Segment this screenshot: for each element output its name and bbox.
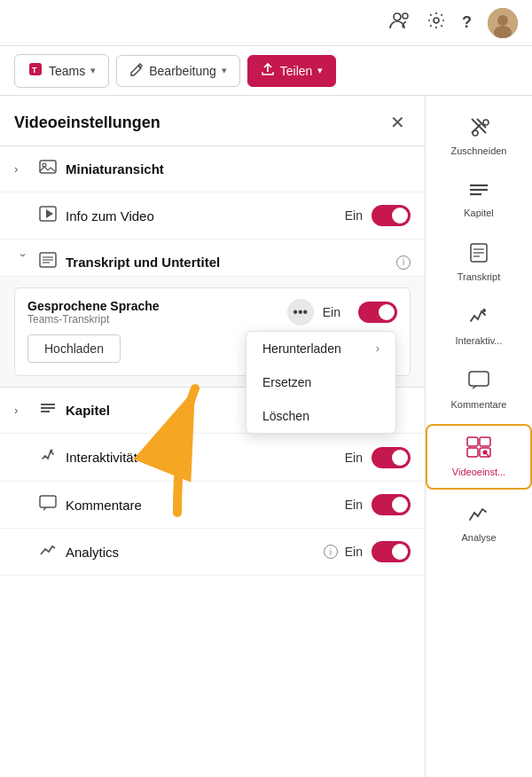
kommentare-toggle[interactable] <box>372 494 411 515</box>
main-area: Videoeinstellungen ✕ › Miniaturansicht <box>0 96 532 777</box>
nav-videoeinst[interactable]: Videoeinst... <box>426 424 532 490</box>
share-chevron: ▾ <box>317 65 323 76</box>
transcript-section: Gesprochene Sprache Teams-Transkript •••… <box>0 277 425 388</box>
kommentare-row: Kommentare Ein <box>0 482 425 529</box>
info-video-row: Info zum Video Ein <box>0 192 425 239</box>
miniatur-icon <box>39 159 57 179</box>
share-label: Teilen <box>280 64 313 78</box>
info-value: Ein <box>345 208 363 223</box>
teams-label: Teams <box>49 64 85 78</box>
interaktiv-value: Ein <box>345 451 363 465</box>
nav-zuschneiden[interactable]: Zuschneiden <box>426 105 532 167</box>
kommentare-nav-label: Kommentare <box>451 399 507 410</box>
svg-rect-36 <box>467 437 478 446</box>
kapitel-nav-label: Kapitel <box>464 208 494 218</box>
share-icon <box>261 62 275 80</box>
analytics-row: Analytics i Ein <box>0 529 425 576</box>
nav-kapitel[interactable]: Kapitel <box>426 170 532 229</box>
transcript-toggle[interactable] <box>358 302 397 323</box>
transcript-title: Gesprochene Sprache <box>27 299 160 313</box>
interaktiv-nav-icon <box>468 307 489 332</box>
settings-icon[interactable] <box>426 11 446 35</box>
interaktiv-label: Interaktivität <box>66 450 345 465</box>
nav-kommentare[interactable]: Kommentare <box>426 360 532 420</box>
toolbar: T Teams ▾ Bearbeitung ▾ Teilen ▾ <box>0 46 532 96</box>
transcript-dots-button[interactable]: ••• <box>287 299 314 326</box>
info-icon <box>39 206 57 226</box>
videoeinst-nav-label: Videoeinst... <box>452 467 505 477</box>
top-bar-icons: ? <box>389 8 518 38</box>
analyse-nav-icon <box>468 504 489 529</box>
svg-point-0 <box>394 13 401 20</box>
svg-rect-37 <box>480 437 490 446</box>
dropdown-loeschen[interactable]: Löschen <box>246 399 395 433</box>
kommentare-nav-icon <box>468 371 489 396</box>
settings-list: › Miniaturansicht <box>0 146 425 576</box>
nav-interaktiv[interactable]: Interaktiv... <box>426 296 532 357</box>
interaktiv-icon <box>39 446 57 468</box>
kommentare-icon <box>39 495 57 515</box>
transcript-value: Ein <box>323 305 340 319</box>
svg-point-19 <box>51 450 53 452</box>
svg-rect-8 <box>40 161 56 173</box>
transkript-label: Transkript und Untertitel <box>66 255 391 270</box>
svg-point-1 <box>403 13 408 19</box>
kapitel-icon <box>39 400 57 420</box>
svg-line-25 <box>472 124 481 133</box>
interaktiv-toggle[interactable] <box>372 447 411 468</box>
svg-marker-11 <box>46 209 53 218</box>
kapitel-expand[interactable]: › <box>14 404 32 417</box>
analytics-info-icon[interactable]: i <box>324 545 338 559</box>
transkript-expand[interactable]: › <box>17 254 30 271</box>
miniatur-label: Miniaturansicht <box>66 161 411 177</box>
help-icon[interactable]: ? <box>462 13 472 32</box>
nav-analyse[interactable]: Analyse <box>426 493 532 553</box>
right-nav: Zuschneiden Kapitel <box>426 96 532 777</box>
analytics-icon <box>39 542 57 562</box>
teams-chevron: ▾ <box>90 65 96 76</box>
sidebar-panel: Videoeinstellungen ✕ › Miniaturansicht <box>0 96 426 777</box>
transcript-card: Gesprochene Sprache Teams-Transkript •••… <box>14 287 411 376</box>
transcript-card-text: Gesprochene Sprache Teams-Transkript <box>27 299 160 326</box>
transkript-nav-icon <box>469 243 489 268</box>
close-button[interactable]: ✕ <box>385 110 411 135</box>
nav-transkript[interactable]: Transkript <box>426 232 532 293</box>
upload-button[interactable]: Hochladen <box>27 334 121 363</box>
dropdown-herunterladen[interactable]: Herunterladen › <box>246 332 395 365</box>
svg-rect-20 <box>40 496 56 507</box>
people-icon[interactable] <box>389 12 411 34</box>
kommentare-value: Ein <box>345 498 363 512</box>
analytics-label: Analytics <box>66 545 318 560</box>
kapitel-nav-icon <box>468 181 489 204</box>
herunterladen-arrow: › <box>376 342 379 355</box>
panel-title: Videoeinstellungen <box>14 114 160 132</box>
share-button[interactable]: Teilen ▾ <box>247 55 337 87</box>
transcript-card-row: Gesprochene Sprache Teams-Transkript •••… <box>27 299 397 326</box>
avatar-image <box>488 8 518 38</box>
svg-point-34 <box>482 309 486 312</box>
top-bar: ? <box>0 0 532 46</box>
transcript-controls: ••• Ein <box>287 299 397 326</box>
transkript-info-icon[interactable]: i <box>396 255 411 270</box>
svg-rect-35 <box>469 372 489 386</box>
miniatur-expand[interactable]: › <box>14 162 32 176</box>
svg-point-4 <box>497 15 508 26</box>
svg-text:T: T <box>32 66 37 75</box>
interaktiv-row: Interaktivität Ein <box>0 434 425 482</box>
kommentare-label: Kommentare <box>66 498 345 513</box>
miniatur-row: › Miniaturansicht <box>0 146 425 192</box>
transcript-subtitle: Teams-Transkript <box>27 313 160 326</box>
analytics-toggle[interactable] <box>372 541 411 562</box>
info-label: Info zum Video <box>66 208 345 224</box>
avatar[interactable] <box>488 8 518 38</box>
dropdown-ersetzen[interactable]: Ersetzen <box>246 365 395 399</box>
analytics-value: Ein <box>345 545 363 559</box>
teams-icon: T <box>27 61 43 81</box>
zuschneiden-icon <box>468 115 489 142</box>
analyse-nav-label: Analyse <box>461 532 496 543</box>
svg-point-2 <box>434 18 439 23</box>
info-toggle[interactable] <box>372 205 411 226</box>
svg-point-40 <box>483 451 488 455</box>
teams-button[interactable]: T Teams ▾ <box>14 54 109 88</box>
edit-button[interactable]: Bearbeitung ▾ <box>116 55 240 87</box>
